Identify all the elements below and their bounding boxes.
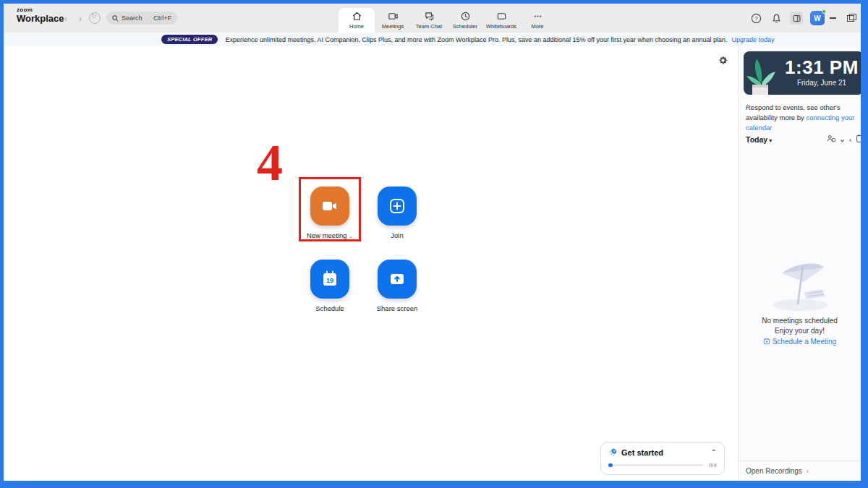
rocket-icon bbox=[608, 448, 618, 457]
schedule-label: Schedule bbox=[297, 304, 362, 312]
enjoy-day-text: Enjoy your day! bbox=[739, 327, 861, 335]
dropdown-chevron-icon[interactable]: ⌄ bbox=[349, 234, 353, 239]
share-screen-action[interactable]: Share screen bbox=[365, 260, 430, 312]
history-icon[interactable] bbox=[89, 12, 101, 24]
chevron-down-icon: ▾ bbox=[769, 137, 772, 144]
schedule-a-meeting-link[interactable]: Schedule a Meeting bbox=[739, 338, 861, 346]
open-recordings-link[interactable]: Open Recordings› bbox=[746, 467, 809, 475]
minimize-button[interactable] bbox=[827, 12, 841, 22]
notifications-bell-icon[interactable] bbox=[770, 12, 783, 25]
beach-umbrella-illustration bbox=[739, 257, 861, 315]
calendar-toolbar: Today▾ ‹ bbox=[746, 133, 861, 146]
calendar-plus-icon bbox=[763, 338, 770, 345]
home-icon bbox=[352, 11, 362, 22]
chevron-right-icon: › bbox=[807, 468, 809, 475]
no-meetings-text: No meetings scheduled bbox=[739, 317, 861, 325]
tab-label: Whiteboards bbox=[486, 23, 516, 30]
promo-banner: SPECIAL OFFER Experience unlimited meeti… bbox=[4, 33, 861, 46]
join-action[interactable]: Join bbox=[365, 187, 430, 239]
special-offer-badge: SPECIAL OFFER bbox=[161, 35, 218, 44]
svg-text:?: ? bbox=[754, 15, 757, 22]
annotation-step-number: 4 bbox=[257, 137, 283, 189]
calendar-sidebar: 1:31 PM Friday, June 21 Respond to event… bbox=[738, 46, 861, 481]
upgrade-today-link[interactable]: Upgrade today bbox=[732, 36, 775, 43]
get-started-progress-count: 0/4 bbox=[709, 462, 717, 468]
meetings-icon bbox=[388, 11, 399, 22]
get-started-progress-bar bbox=[608, 464, 703, 466]
panel-toggle-icon[interactable] bbox=[790, 12, 803, 25]
share-up-arrow-icon bbox=[387, 269, 407, 289]
get-started-panel[interactable]: Get started ⌃ 0/4 bbox=[600, 442, 725, 475]
new-meeting-button[interactable] bbox=[310, 187, 349, 226]
scheduler-icon bbox=[460, 11, 471, 22]
search-icon bbox=[112, 15, 119, 22]
tab-whiteboards[interactable]: Whiteboards bbox=[483, 4, 519, 33]
plant-illustration bbox=[745, 54, 778, 95]
online-status-dot bbox=[822, 9, 826, 14]
plus-icon bbox=[388, 197, 407, 215]
avatar-initial: W bbox=[814, 14, 820, 22]
maximize-button[interactable] bbox=[845, 12, 858, 22]
prev-day-icon[interactable]: ‹ bbox=[849, 136, 851, 144]
user-avatar[interactable]: W bbox=[810, 11, 825, 25]
tab-label: Scheduler bbox=[453, 23, 477, 30]
tab-meetings[interactable]: Meetings bbox=[375, 4, 411, 33]
svg-text:19: 19 bbox=[326, 277, 333, 284]
whiteboards-icon bbox=[496, 11, 507, 22]
calendar-icon: 19 bbox=[320, 269, 340, 289]
share-screen-label: Share screen bbox=[365, 304, 430, 312]
new-meeting-label: New meeting ⌄ bbox=[297, 231, 362, 239]
search-label: Search bbox=[122, 14, 142, 22]
team-chat-icon bbox=[424, 11, 435, 22]
home-main-area: New meeting ⌄ Join 19 Schedule Share scr… bbox=[4, 46, 738, 481]
sidebar-divider bbox=[739, 461, 861, 461]
availability-icon[interactable] bbox=[826, 133, 844, 146]
new-meeting-action[interactable]: New meeting ⌄ bbox=[297, 187, 362, 239]
clock-card: 1:31 PM Friday, June 21 bbox=[744, 51, 861, 95]
title-bar: zoom Workplace ‹ › Search Ctrl+F Home Me… bbox=[4, 4, 861, 33]
more-icon bbox=[532, 11, 543, 22]
settings-gear-icon[interactable] bbox=[718, 55, 729, 67]
clock-time: 1:31 PM bbox=[780, 56, 861, 79]
calendar-connect-notice: Respond to events, see other's availabil… bbox=[746, 103, 860, 132]
collapse-chevron-icon[interactable]: ⌃ bbox=[711, 448, 717, 456]
tab-label: Home bbox=[349, 23, 364, 30]
tab-label: More bbox=[531, 23, 543, 30]
titlebar-right-icons: ? W bbox=[749, 11, 825, 25]
schedule-button[interactable]: 19 bbox=[310, 260, 349, 299]
schedule-action[interactable]: 19 Schedule bbox=[297, 260, 362, 312]
video-camera-icon bbox=[320, 196, 340, 216]
calendar-today-icon[interactable] bbox=[856, 133, 861, 146]
search-input[interactable]: Search Ctrl+F bbox=[106, 12, 177, 25]
clock-date: Friday, June 21 bbox=[780, 79, 861, 87]
tab-label: Meetings bbox=[382, 23, 404, 30]
main-tabs: Home Meetings Team Chat Scheduler Whiteb… bbox=[339, 4, 556, 33]
tab-label: Team Chat bbox=[416, 23, 442, 30]
tab-home[interactable]: Home bbox=[339, 8, 375, 33]
forward-icon[interactable]: › bbox=[75, 13, 86, 25]
share-screen-button[interactable] bbox=[378, 260, 417, 299]
back-icon[interactable]: ‹ bbox=[60, 13, 72, 25]
zoom-workplace-logo: zoom Workplace bbox=[17, 7, 64, 23]
today-dropdown[interactable]: Today▾ bbox=[746, 135, 772, 144]
promo-text: Experience unlimited meetings, AI Compan… bbox=[225, 36, 727, 43]
get-started-title: Get started bbox=[621, 448, 663, 457]
tab-scheduler[interactable]: Scheduler bbox=[447, 4, 483, 33]
search-shortcut: Ctrl+F bbox=[153, 14, 171, 22]
zoom-workplace-window: zoom Workplace ‹ › Search Ctrl+F Home Me… bbox=[4, 4, 861, 481]
logo-zoom-text: zoom bbox=[17, 7, 64, 13]
help-icon[interactable]: ? bbox=[749, 12, 762, 25]
join-label: Join bbox=[365, 231, 430, 239]
logo-workplace-text: Workplace bbox=[17, 14, 64, 23]
join-button[interactable] bbox=[378, 187, 417, 226]
tab-more[interactable]: More bbox=[519, 4, 556, 33]
tab-team-chat[interactable]: Team Chat bbox=[411, 4, 447, 33]
